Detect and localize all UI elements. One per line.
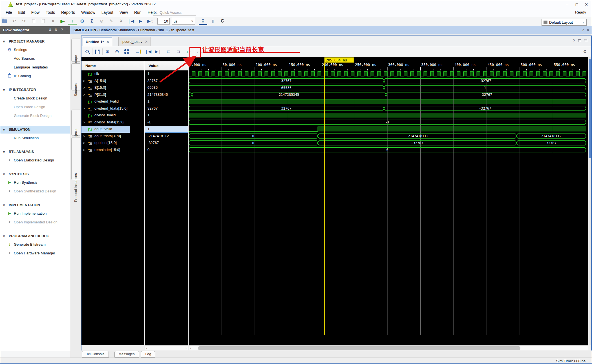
scroll-right-icon[interactable]: › (185, 346, 187, 350)
flownav-section-ip-integrator[interactable]: ∨IP INTEGRATOR (0, 86, 70, 94)
signal-name-dividend_tvalid[interactable]: dividend_tvalid (81, 98, 144, 105)
signal-name-A[15:0][interactable]: >A[15:0] (81, 77, 144, 85)
float-window-icon[interactable] (578, 39, 581, 43)
signal-name-P[31:0][interactable]: >P[31:0] (81, 91, 144, 98)
expand-chevron-icon[interactable]: > (83, 105, 85, 112)
signal-name-dout_tdata[31:0][interactable]: >dout_tdata[31:0] (81, 133, 144, 140)
maximize-button[interactable]: □ (573, 1, 581, 8)
relaunch-icon[interactable]: C (218, 17, 227, 25)
signal-value-quotient[15:0][interactable]: -32767 (145, 139, 188, 147)
menu-item-edit[interactable]: Edit (15, 9, 28, 16)
restart-sim-icon[interactable]: ❘◀ (127, 17, 135, 25)
side-tab-sources[interactable]: Sources (71, 63, 80, 90)
flownav-item-open-hardware-manager[interactable]: >Open Hardware Manager (0, 249, 70, 258)
flownav-section-simulation[interactable]: ∨SIMULATION (0, 126, 70, 134)
go-to-end-icon[interactable]: ▶❘ (154, 48, 162, 56)
minimize-panel-icon[interactable]: – (66, 28, 68, 32)
signal-value-divisor_tdata[15:0][interactable]: -1 (145, 119, 188, 126)
help-icon[interactable]: ? (582, 28, 584, 32)
value-scrollbar[interactable]: ‹ › (145, 345, 188, 350)
zoom-fit-icon[interactable] (123, 48, 131, 56)
expand-chevron-icon[interactable]: > (83, 91, 85, 98)
name-column-header[interactable]: Name (81, 61, 144, 70)
signal-value-A[15:0][interactable]: 32767 (145, 77, 188, 85)
wave-scrollbar[interactable]: ‹ (189, 345, 588, 350)
delete-icon[interactable]: ✕ (49, 17, 57, 25)
value-column-header[interactable]: Value (145, 61, 188, 70)
quick-access-search[interactable]: Quick Access (153, 10, 196, 16)
previous-transition-icon[interactable]: ⊏ (164, 48, 172, 56)
flownav-item-create-block-design[interactable]: Create Block Design (0, 94, 70, 103)
go-to-time-icon[interactable]: → (134, 48, 142, 56)
expand-chevron-icon[interactable]: > (83, 147, 85, 154)
expand-chevron-icon[interactable]: > (83, 77, 85, 85)
signal-value-B[15:0][interactable]: 65535 (145, 84, 188, 91)
flownav-item-run-synthesis[interactable]: ▶Run Synthesis (0, 178, 70, 187)
flownav-section-synthesis[interactable]: ∨SYNTHESIS (0, 170, 70, 178)
signal-name-dout_tvalid[interactable]: dout_tvalid (81, 126, 130, 133)
signal-value-dividend_tvalid[interactable]: 1 (145, 98, 188, 105)
expand-chevron-icon[interactable]: > (83, 133, 85, 140)
collapse-all-icon[interactable]: ⇊ (49, 28, 52, 32)
signal-value-dividend_tdata[15:0][interactable]: 32767 (145, 105, 188, 112)
cancel-icon[interactable]: ✗ (117, 17, 125, 25)
minimize-button[interactable]: – (563, 1, 571, 8)
run-for-time-icon[interactable]: ▶(T) (146, 17, 154, 25)
run-simulation-icon[interactable]: ▶▾ (59, 17, 67, 25)
menu-item-window[interactable]: Window (78, 9, 98, 16)
flownav-item-generate-bitstream[interactable]: ↓Generate Bitstream (0, 240, 70, 249)
zoom-in-icon[interactable]: ⊕ (103, 48, 111, 56)
copy-icon[interactable] (29, 17, 38, 25)
menu-item-view[interactable]: View (116, 9, 131, 16)
wave-tab-ipcore-test-v[interactable]: ipcore_test.v✕ (118, 37, 151, 46)
save-waveform-icon[interactable] (93, 48, 101, 56)
waveform-canvas[interactable]: 0.000 ns50.000 ns100.000 ns150.000 ns200… (189, 57, 588, 335)
signal-value-dout_tvalid[interactable]: 1 (145, 126, 188, 133)
step-icon[interactable]: ↓ (68, 18, 77, 25)
wave-tab-untitled-1-[interactable]: Untitled 1*✕ (83, 37, 112, 46)
run-all-icon[interactable]: ▶ (136, 17, 145, 25)
wave-settings-gear-icon[interactable]: ⚙ (581, 48, 589, 56)
run-time-input[interactable] (157, 18, 170, 25)
sigma-icon[interactable]: Σ (88, 17, 96, 25)
scroll-left-icon[interactable]: ‹ (190, 346, 191, 350)
signal-value-clk[interactable]: 1 (145, 70, 188, 77)
find-icon[interactable] (83, 48, 91, 56)
signal-value-dout_tdata[31:0][interactable]: -2147418112 (145, 133, 188, 140)
signal-name-remainder[15:0][interactable]: >remainder[15:0] (81, 147, 144, 154)
bottom-tab-log[interactable]: Log (141, 351, 155, 358)
flownav-item-language-templates[interactable]: Language Templates (0, 63, 70, 72)
undo-icon[interactable]: ↶ (10, 17, 18, 25)
close-tab-icon[interactable]: ✕ (145, 40, 148, 44)
flownav-section-program-and-debug[interactable]: ∨PROGRAM AND DEBUG (0, 232, 70, 240)
flownav-item-ip-catalog[interactable]: IP Catalog (0, 72, 70, 80)
settings-gear-icon[interactable]: ⚙ (78, 17, 87, 25)
help-icon[interactable]: ? (61, 28, 63, 32)
layout-select[interactable]: Default Layout ∨ (542, 19, 587, 26)
expand-chevron-icon[interactable]: > (83, 84, 85, 91)
vertical-scrollbar[interactable] (588, 57, 591, 345)
flownav-item-run-simulation[interactable]: Run Simulation (0, 134, 70, 142)
redo-icon[interactable]: ↷ (20, 17, 28, 25)
menu-item-tools[interactable]: Tools (43, 9, 58, 16)
scroll-left-icon[interactable]: ‹ (146, 346, 147, 350)
menu-item-run[interactable]: Run (131, 9, 145, 16)
bottom-tab-messages[interactable]: Messages (114, 351, 139, 358)
signal-name-quotient[15:0][interactable]: >quotient[15:0] (81, 139, 144, 147)
side-tab-scope[interactable]: Scope (71, 39, 80, 62)
signal-name-divisor_tdata[15:0][interactable]: >divisor_tdata[15:0] (81, 119, 144, 126)
step-to-next-icon[interactable]: ↧ (199, 18, 207, 25)
flownav-item-open-elaborated-design[interactable]: >Open Elaborated Design (0, 156, 70, 165)
flownav-section-project-manager[interactable]: ∨PROJECT MANAGER (0, 37, 70, 45)
zoom-out-icon[interactable]: ⊖ (113, 48, 121, 56)
close-panel-icon[interactable]: ✕ (586, 28, 589, 32)
signal-value-P[31:0][interactable]: 2147385345 (145, 91, 188, 98)
side-tab-objects[interactable]: Objects (71, 110, 80, 136)
flownav-item-settings[interactable]: ⚙Settings (0, 45, 70, 54)
wave-scrollbar-thumb[interactable] (198, 346, 520, 350)
menu-item-file[interactable]: File (3, 9, 15, 16)
go-to-start-icon[interactable]: ❘◀ (144, 48, 152, 56)
menu-item-reports[interactable]: Reports (58, 9, 78, 16)
flownav-section-implementation[interactable]: ∨IMPLEMENTATION (0, 201, 70, 209)
flownav-section-rtl-analysis[interactable]: ∨RTL ANALYSIS (0, 148, 70, 156)
